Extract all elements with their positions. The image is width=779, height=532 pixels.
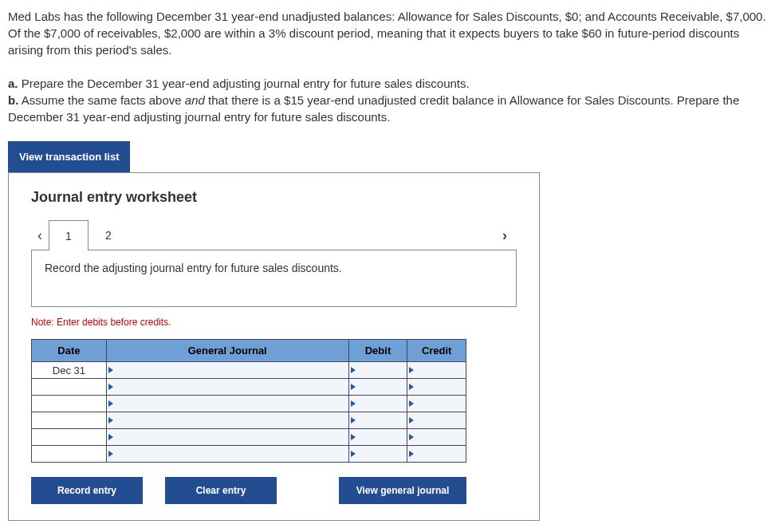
date-cell[interactable] <box>32 429 107 446</box>
dropdown-icon <box>351 451 356 457</box>
debit-cell[interactable] <box>348 379 407 396</box>
text-b1: Assume the same facts above <box>18 93 184 107</box>
credit-cell[interactable] <box>407 379 466 396</box>
note-text: Note: Enter debits before credits. <box>31 317 517 328</box>
dropdown-icon <box>108 451 113 457</box>
dropdown-icon <box>351 384 356 390</box>
date-cell[interactable] <box>32 379 107 396</box>
table-row <box>32 429 466 446</box>
dropdown-icon <box>409 367 414 373</box>
col-general-journal: General Journal <box>106 340 348 362</box>
dropdown-icon <box>108 417 113 424</box>
general-journal-cell[interactable] <box>106 396 348 412</box>
dropdown-icon <box>351 367 356 373</box>
instruction-box: Record the adjusting journal entry for f… <box>31 250 517 307</box>
tab-1[interactable]: 1 <box>49 220 89 250</box>
col-date: Date <box>32 340 107 362</box>
problem-p1: Med Labs has the following December 31 y… <box>8 10 766 57</box>
dropdown-icon <box>409 434 414 440</box>
dropdown-icon <box>409 384 414 390</box>
dropdown-icon <box>409 451 414 457</box>
label-a: a. <box>8 77 18 90</box>
dropdown-icon <box>409 400 414 407</box>
dropdown-icon <box>351 417 356 424</box>
problem-statement: Med Labs has the following December 31 y… <box>8 8 771 125</box>
debit-cell[interactable] <box>348 362 407 379</box>
date-cell[interactable] <box>32 446 107 463</box>
dropdown-icon <box>351 434 356 440</box>
date-cell[interactable] <box>32 396 107 412</box>
worksheet-title: Journal entry worksheet <box>31 189 517 206</box>
text-b-and: and <box>185 93 205 107</box>
debit-cell[interactable] <box>348 412 407 429</box>
clear-entry-button[interactable]: Clear entry <box>165 477 277 504</box>
dropdown-icon <box>108 400 113 407</box>
dropdown-icon <box>108 367 113 373</box>
credit-cell[interactable] <box>407 429 466 446</box>
credit-cell[interactable] <box>407 362 466 379</box>
dropdown-icon <box>409 417 414 424</box>
chevron-right-icon[interactable]: › <box>496 227 513 244</box>
general-journal-cell[interactable] <box>106 379 348 396</box>
chevron-left-icon[interactable]: ‹ <box>31 227 49 244</box>
table-row <box>32 379 466 396</box>
table-row <box>32 412 466 429</box>
date-cell[interactable] <box>32 412 107 429</box>
view-general-journal-button[interactable]: View general journal <box>339 477 466 504</box>
dropdown-icon <box>108 434 113 440</box>
credit-cell[interactable] <box>407 412 466 429</box>
general-journal-cell[interactable] <box>106 412 348 429</box>
col-credit: Credit <box>407 340 466 362</box>
debit-cell[interactable] <box>348 446 407 463</box>
button-row: Record entry Clear entry View general jo… <box>31 477 466 504</box>
dropdown-icon <box>108 384 113 390</box>
record-entry-button[interactable]: Record entry <box>31 477 143 504</box>
credit-cell[interactable] <box>407 396 466 412</box>
view-transaction-list-button[interactable]: View transaction list <box>8 141 130 172</box>
tab-row: ‹ 1 2 › <box>31 220 517 250</box>
text-a: Prepare the December 31 year-end adjusti… <box>18 77 470 90</box>
general-journal-cell[interactable] <box>106 446 348 463</box>
credit-cell[interactable] <box>407 446 466 463</box>
journal-table: Date General Journal Debit Credit Dec 31 <box>31 339 466 463</box>
journal-worksheet-panel: Journal entry worksheet ‹ 1 2 › Record t… <box>8 172 540 521</box>
table-row <box>32 446 466 463</box>
general-journal-cell[interactable] <box>106 362 348 379</box>
date-cell[interactable]: Dec 31 <box>32 362 107 379</box>
col-debit: Debit <box>348 340 407 362</box>
debit-cell[interactable] <box>348 396 407 412</box>
table-row: Dec 31 <box>32 362 466 379</box>
label-b: b. <box>8 93 18 107</box>
dropdown-icon <box>351 400 356 407</box>
tab-2[interactable]: 2 <box>89 220 128 250</box>
general-journal-cell[interactable] <box>106 429 348 446</box>
debit-cell[interactable] <box>348 429 407 446</box>
instruction-text: Record the adjusting journal entry for f… <box>45 262 342 274</box>
table-row <box>32 396 466 412</box>
